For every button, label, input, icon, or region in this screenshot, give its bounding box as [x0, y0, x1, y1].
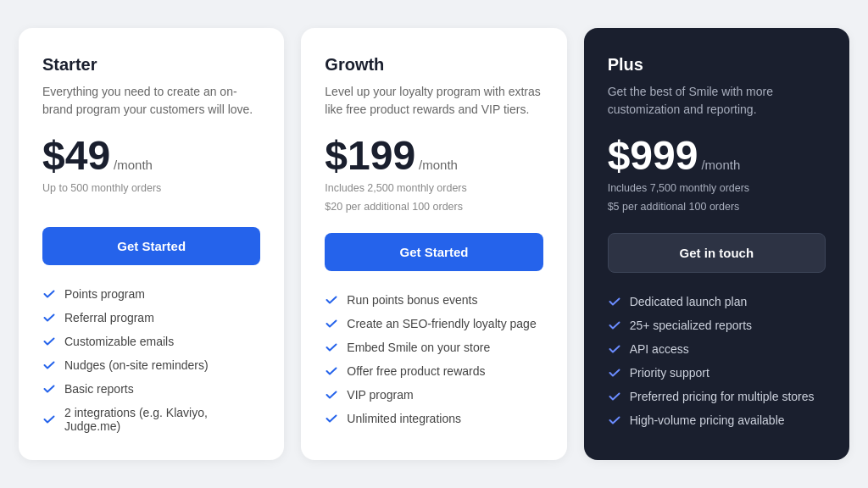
feature-text: Basic reports: [64, 382, 134, 396]
price-period-starter: /month: [114, 158, 153, 172]
price-note-starter: Up to 500 monthly orders: [42, 181, 260, 197]
feature-item: Embed Smile on your store: [325, 341, 542, 354]
plan-name-growth: Growth: [325, 55, 542, 75]
feature-item: Priority support: [608, 366, 826, 380]
price-row-starter: $49/month: [42, 136, 260, 176]
feature-item: High-volume pricing available: [608, 413, 826, 427]
feature-text: VIP program: [347, 388, 413, 402]
features-list-plus: Dedicated launch plan25+ specialized rep…: [608, 295, 826, 427]
price-notes-growth: Includes 2,500 monthly orders$20 per add…: [325, 181, 542, 218]
price-amount-growth: $199: [325, 136, 415, 176]
check-icon: [325, 341, 338, 354]
check-icon: [325, 412, 338, 425]
pricing-container: StarterEverything you need to create an …: [19, 28, 849, 460]
feature-text: Preferred pricing for multiple stores: [630, 390, 815, 403]
feature-text: Nudges (on-site reminders): [64, 358, 209, 372]
check-icon: [42, 335, 56, 348]
check-icon: [608, 319, 621, 332]
plan-description-growth: Level up your loyalty program with extra…: [325, 83, 542, 119]
feature-item: Customizable emails: [42, 335, 260, 348]
feature-item: API access: [608, 342, 826, 356]
feature-text: Run points bonus events: [347, 293, 477, 307]
price-amount-starter: $49: [42, 136, 110, 176]
feature-item: 25+ specialized reports: [608, 319, 826, 332]
feature-item: Basic reports: [42, 382, 260, 396]
price-notes-starter: Up to 500 monthly orders: [42, 181, 260, 212]
price-note-growth: $20 per additional 100 orders: [325, 200, 542, 215]
plan-description-starter: Everything you need to create an on-bran…: [42, 83, 260, 119]
price-period-growth: /month: [419, 158, 458, 172]
feature-item: Offer free product rewards: [325, 364, 542, 378]
price-note-growth: Includes 2,500 monthly orders: [325, 181, 542, 197]
price-row-growth: $199/month: [325, 136, 542, 176]
features-list-starter: Points programReferral programCustomizab…: [42, 287, 260, 433]
check-icon: [325, 317, 338, 330]
feature-text: Unlimited integrations: [347, 412, 461, 425]
cta-button-starter[interactable]: Get Started: [42, 227, 260, 265]
check-icon: [608, 413, 621, 427]
feature-text: Embed Smile on your store: [347, 341, 490, 354]
feature-item: Points program: [42, 287, 260, 301]
check-icon: [608, 342, 621, 356]
feature-text: Offer free product rewards: [347, 364, 485, 378]
price-note-plus: Includes 7,500 monthly orders: [608, 181, 826, 197]
cta-button-growth[interactable]: Get Started: [325, 233, 542, 271]
feature-text: Customizable emails: [64, 335, 174, 348]
check-icon: [42, 382, 56, 396]
feature-text: API access: [630, 342, 689, 356]
pricing-card-starter: StarterEverything you need to create an …: [19, 28, 284, 460]
feature-item: Run points bonus events: [325, 293, 542, 307]
feature-text: Points program: [64, 287, 145, 301]
check-icon: [42, 287, 56, 301]
check-icon: [608, 366, 621, 380]
feature-item: Create an SEO-friendly loyalty page: [325, 317, 542, 330]
feature-item: Referral program: [42, 311, 260, 324]
check-icon: [325, 388, 338, 402]
feature-text: Dedicated launch plan: [630, 295, 748, 308]
feature-text: 2 integrations (e.g. Klaviyo, Judge.me): [64, 406, 260, 433]
feature-text: Create an SEO-friendly loyalty page: [347, 317, 536, 330]
features-list-growth: Run points bonus eventsCreate an SEO-fri…: [325, 293, 542, 425]
feature-item: Dedicated launch plan: [608, 295, 826, 308]
feature-text: Priority support: [630, 366, 709, 380]
feature-text: High-volume pricing available: [630, 413, 785, 427]
check-icon: [42, 413, 56, 426]
plan-description-plus: Get the best of Smile with more customiz…: [608, 83, 826, 119]
price-note-plus: $5 per additional 100 orders: [608, 200, 826, 215]
check-icon: [608, 390, 621, 403]
price-period-plus: /month: [701, 158, 740, 172]
check-icon: [325, 293, 338, 307]
feature-item: 2 integrations (e.g. Klaviyo, Judge.me): [42, 406, 260, 433]
feature-text: 25+ specialized reports: [630, 319, 752, 332]
check-icon: [42, 358, 56, 372]
feature-item: Preferred pricing for multiple stores: [608, 390, 826, 403]
feature-text: Referral program: [64, 311, 154, 324]
feature-item: Nudges (on-site reminders): [42, 358, 260, 372]
price-amount-plus: $999: [608, 136, 698, 176]
feature-item: VIP program: [325, 388, 542, 402]
check-icon: [608, 295, 621, 308]
check-icon: [325, 364, 338, 378]
feature-item: Unlimited integrations: [325, 412, 542, 425]
pricing-card-growth: GrowthLevel up your loyalty program with…: [301, 28, 566, 460]
pricing-card-plus: PlusGet the best of Smile with more cust…: [584, 28, 849, 460]
price-row-plus: $999/month: [608, 136, 826, 176]
plan-name-starter: Starter: [42, 55, 260, 75]
price-notes-plus: Includes 7,500 monthly orders$5 per addi…: [608, 181, 826, 218]
cta-button-plus[interactable]: Get in touch: [608, 233, 826, 273]
plan-name-plus: Plus: [608, 55, 826, 75]
check-icon: [42, 311, 56, 324]
